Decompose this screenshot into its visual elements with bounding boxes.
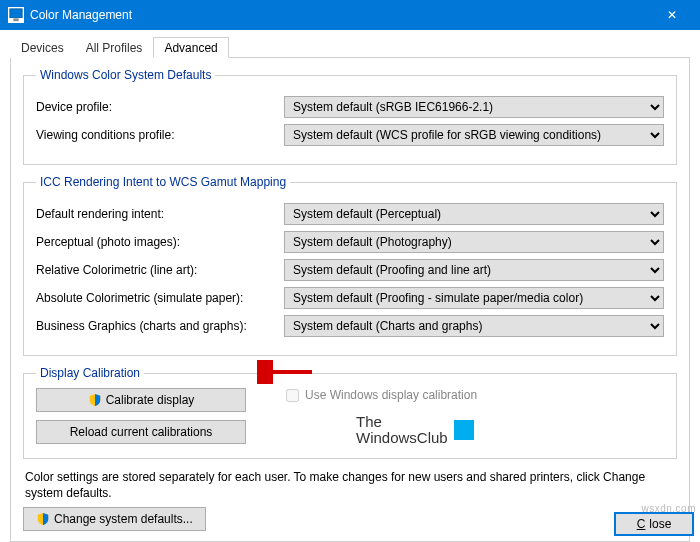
- viewing-conditions-select[interactable]: System default (WCS profile for sRGB vie…: [284, 124, 664, 146]
- windowsclub-logo: The WindowsClub: [356, 414, 664, 446]
- group-wcs-legend: Windows Color System Defaults: [36, 68, 215, 82]
- use-windows-calibration-input: [286, 389, 299, 402]
- window-close-button[interactable]: ✕: [652, 0, 692, 30]
- group-display-calibration: Display Calibration Calibrate display Re…: [23, 366, 677, 459]
- note-text: Color settings are stored separately for…: [25, 469, 675, 501]
- tab-strip: Devices All Profiles Advanced: [10, 36, 690, 58]
- shield-icon: [88, 393, 102, 407]
- device-profile-label: Device profile:: [36, 100, 284, 114]
- tab-panel-advanced: Windows Color System Defaults Device pro…: [10, 58, 690, 542]
- change-system-defaults-button[interactable]: Change system defaults...: [23, 507, 206, 531]
- tab-advanced[interactable]: Advanced: [153, 37, 228, 58]
- reload-calibrations-button[interactable]: Reload current calibrations: [36, 420, 246, 444]
- shield-icon: [36, 512, 50, 526]
- app-icon: [8, 7, 24, 23]
- flag-icon: [454, 420, 474, 440]
- calibrate-display-button[interactable]: Calibrate display: [36, 388, 246, 412]
- titlebar: Color Management ✕: [0, 0, 700, 30]
- group-icc-mapping: ICC Rendering Intent to WCS Gamut Mappin…: [23, 175, 677, 356]
- relative-colorimetric-select[interactable]: System default (Proofing and line art): [284, 259, 664, 281]
- default-intent-select[interactable]: System default (Perceptual): [284, 203, 664, 225]
- perceptual-label: Perceptual (photo images):: [36, 235, 284, 249]
- close-button[interactable]: Close: [614, 512, 694, 536]
- use-windows-calibration-checkbox[interactable]: Use Windows display calibration: [286, 388, 664, 402]
- group-icc-legend: ICC Rendering Intent to WCS Gamut Mappin…: [36, 175, 290, 189]
- tab-all-profiles[interactable]: All Profiles: [75, 37, 154, 58]
- window-title: Color Management: [30, 8, 132, 22]
- default-intent-label: Default rendering intent:: [36, 207, 284, 221]
- business-graphics-select[interactable]: System default (Charts and graphs): [284, 315, 664, 337]
- group-wcs-defaults: Windows Color System Defaults Device pro…: [23, 68, 677, 165]
- device-profile-select[interactable]: System default (sRGB IEC61966-2.1): [284, 96, 664, 118]
- group-calib-legend: Display Calibration: [36, 366, 144, 380]
- perceptual-select[interactable]: System default (Photography): [284, 231, 664, 253]
- tab-devices[interactable]: Devices: [10, 37, 75, 58]
- absolute-colorimetric-label: Absolute Colorimetric (simulate paper):: [36, 291, 284, 305]
- viewing-conditions-label: Viewing conditions profile:: [36, 128, 284, 142]
- svg-rect-0: [10, 9, 22, 18]
- relative-colorimetric-label: Relative Colorimetric (line art):: [36, 263, 284, 277]
- business-graphics-label: Business Graphics (charts and graphs):: [36, 319, 284, 333]
- close-icon: ✕: [667, 8, 677, 22]
- absolute-colorimetric-select[interactable]: System default (Proofing - simulate pape…: [284, 287, 664, 309]
- svg-rect-1: [13, 19, 18, 22]
